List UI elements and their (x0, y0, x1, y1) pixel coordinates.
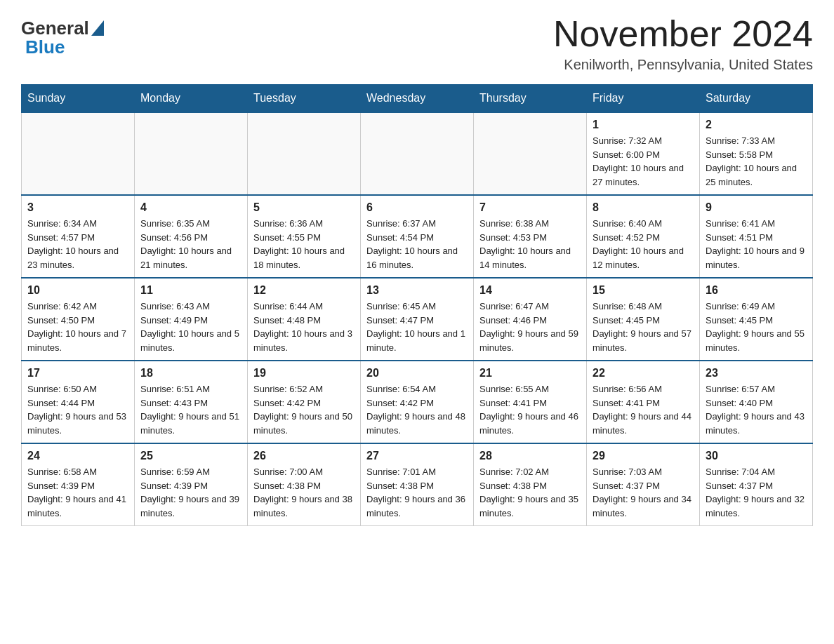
calendar-cell: 2Sunrise: 7:33 AM Sunset: 5:58 PM Daylig… (700, 112, 813, 195)
day-number: 21 (479, 367, 581, 380)
calendar-cell: 24Sunrise: 6:58 AM Sunset: 4:39 PM Dayli… (22, 443, 135, 526)
page-header: General Blue November 2024 Kenilworth, P… (21, 14, 813, 73)
calendar-cell: 18Sunrise: 6:51 AM Sunset: 4:43 PM Dayli… (135, 361, 248, 443)
title-area: November 2024 Kenilworth, Pennsylvania, … (553, 14, 813, 73)
day-info: Sunrise: 6:37 AM Sunset: 4:54 PM Dayligh… (366, 217, 468, 271)
day-number: 23 (706, 367, 807, 380)
day-info: Sunrise: 6:45 AM Sunset: 4:47 PM Dayligh… (366, 300, 468, 354)
calendar-cell: 23Sunrise: 6:57 AM Sunset: 4:40 PM Dayli… (700, 361, 813, 443)
day-number: 28 (479, 450, 581, 462)
calendar-cell: 22Sunrise: 6:56 AM Sunset: 4:41 PM Dayli… (587, 361, 700, 443)
weekday-header-sunday: Sunday (22, 85, 135, 113)
calendar-cell: 9Sunrise: 6:41 AM Sunset: 4:51 PM Daylig… (700, 195, 813, 278)
day-number: 22 (593, 367, 694, 380)
day-info: Sunrise: 6:59 AM Sunset: 4:39 PM Dayligh… (140, 465, 241, 520)
day-info: Sunrise: 6:42 AM Sunset: 4:50 PM Dayligh… (27, 300, 128, 354)
calendar-cell (361, 112, 474, 195)
calendar-cell: 10Sunrise: 6:42 AM Sunset: 4:50 PM Dayli… (22, 278, 135, 361)
calendar-body: 1Sunrise: 7:32 AM Sunset: 6:00 PM Daylig… (22, 112, 813, 526)
day-number: 6 (366, 201, 468, 214)
calendar-cell: 6Sunrise: 6:37 AM Sunset: 4:54 PM Daylig… (361, 195, 474, 278)
day-number: 5 (253, 201, 355, 214)
day-number: 2 (706, 119, 807, 131)
day-number: 19 (253, 367, 355, 380)
day-info: Sunrise: 6:51 AM Sunset: 4:43 PM Dayligh… (140, 382, 241, 437)
logo-blue-text: Blue (25, 36, 65, 58)
day-info: Sunrise: 6:54 AM Sunset: 4:42 PM Dayligh… (366, 382, 468, 437)
calendar-cell (474, 112, 587, 195)
month-title: November 2024 (553, 14, 813, 54)
day-info: Sunrise: 6:48 AM Sunset: 4:45 PM Dayligh… (593, 300, 694, 354)
calendar-cell: 12Sunrise: 6:44 AM Sunset: 4:48 PM Dayli… (248, 278, 361, 361)
day-info: Sunrise: 7:33 AM Sunset: 5:58 PM Dayligh… (706, 134, 807, 189)
calendar-cell: 11Sunrise: 6:43 AM Sunset: 4:49 PM Dayli… (135, 278, 248, 361)
svg-marker-0 (91, 20, 104, 36)
day-number: 9 (706, 201, 807, 214)
day-info: Sunrise: 6:49 AM Sunset: 4:45 PM Dayligh… (706, 300, 807, 354)
calendar-cell: 26Sunrise: 7:00 AM Sunset: 4:38 PM Dayli… (248, 443, 361, 526)
calendar-cell (135, 112, 248, 195)
calendar-week-row: 24Sunrise: 6:58 AM Sunset: 4:39 PM Dayli… (22, 443, 813, 526)
calendar-cell: 16Sunrise: 6:49 AM Sunset: 4:45 PM Dayli… (700, 278, 813, 361)
day-number: 3 (27, 201, 128, 214)
calendar-week-row: 1Sunrise: 7:32 AM Sunset: 6:00 PM Daylig… (22, 112, 813, 195)
calendar-cell: 7Sunrise: 6:38 AM Sunset: 4:53 PM Daylig… (474, 195, 587, 278)
weekday-header-saturday: Saturday (700, 85, 813, 113)
day-info: Sunrise: 6:35 AM Sunset: 4:56 PM Dayligh… (140, 217, 241, 271)
day-info: Sunrise: 6:58 AM Sunset: 4:39 PM Dayligh… (27, 465, 128, 520)
location-subtitle: Kenilworth, Pennsylvania, United States (553, 57, 813, 73)
day-info: Sunrise: 7:03 AM Sunset: 4:37 PM Dayligh… (593, 465, 694, 520)
calendar-cell: 1Sunrise: 7:32 AM Sunset: 6:00 PM Daylig… (587, 112, 700, 195)
calendar-week-row: 3Sunrise: 6:34 AM Sunset: 4:57 PM Daylig… (22, 195, 813, 278)
weekday-header-thursday: Thursday (474, 85, 587, 113)
day-number: 20 (366, 367, 468, 380)
day-info: Sunrise: 6:55 AM Sunset: 4:41 PM Dayligh… (479, 382, 581, 437)
day-number: 30 (706, 450, 807, 462)
calendar-cell: 30Sunrise: 7:04 AM Sunset: 4:37 PM Dayli… (700, 443, 813, 526)
day-info: Sunrise: 6:34 AM Sunset: 4:57 PM Dayligh… (27, 217, 128, 271)
calendar-cell: 25Sunrise: 6:59 AM Sunset: 4:39 PM Dayli… (135, 443, 248, 526)
day-number: 13 (366, 284, 468, 297)
day-info: Sunrise: 7:32 AM Sunset: 6:00 PM Dayligh… (593, 134, 694, 189)
day-number: 7 (479, 201, 581, 214)
day-number: 4 (140, 201, 241, 214)
weekday-header-monday: Monday (135, 85, 248, 113)
day-info: Sunrise: 6:43 AM Sunset: 4:49 PM Dayligh… (140, 300, 241, 354)
day-info: Sunrise: 6:47 AM Sunset: 4:46 PM Dayligh… (479, 300, 581, 354)
day-info: Sunrise: 6:52 AM Sunset: 4:42 PM Dayligh… (253, 382, 355, 437)
day-number: 15 (593, 284, 694, 297)
day-number: 29 (593, 450, 694, 462)
calendar-cell: 29Sunrise: 7:03 AM Sunset: 4:37 PM Dayli… (587, 443, 700, 526)
day-number: 16 (706, 284, 807, 297)
calendar-cell: 27Sunrise: 7:01 AM Sunset: 4:38 PM Dayli… (361, 443, 474, 526)
day-number: 14 (479, 284, 581, 297)
day-info: Sunrise: 7:01 AM Sunset: 4:38 PM Dayligh… (366, 465, 468, 520)
day-info: Sunrise: 6:44 AM Sunset: 4:48 PM Dayligh… (253, 300, 355, 354)
day-info: Sunrise: 7:04 AM Sunset: 4:37 PM Dayligh… (706, 465, 807, 520)
calendar-cell: 13Sunrise: 6:45 AM Sunset: 4:47 PM Dayli… (361, 278, 474, 361)
day-number: 26 (253, 450, 355, 462)
day-info: Sunrise: 6:36 AM Sunset: 4:55 PM Dayligh… (253, 217, 355, 271)
calendar-cell: 14Sunrise: 6:47 AM Sunset: 4:46 PM Dayli… (474, 278, 587, 361)
day-number: 27 (366, 450, 468, 462)
day-info: Sunrise: 6:50 AM Sunset: 4:44 PM Dayligh… (27, 382, 128, 437)
day-info: Sunrise: 6:38 AM Sunset: 4:53 PM Dayligh… (479, 217, 581, 271)
day-number: 8 (593, 201, 694, 214)
day-info: Sunrise: 6:40 AM Sunset: 4:52 PM Dayligh… (593, 217, 694, 271)
day-number: 10 (27, 284, 128, 297)
calendar-cell: 19Sunrise: 6:52 AM Sunset: 4:42 PM Dayli… (248, 361, 361, 443)
day-info: Sunrise: 6:57 AM Sunset: 4:40 PM Dayligh… (706, 382, 807, 437)
logo: General Blue (21, 14, 104, 58)
calendar-week-row: 17Sunrise: 6:50 AM Sunset: 4:44 PM Dayli… (22, 361, 813, 443)
calendar-week-row: 10Sunrise: 6:42 AM Sunset: 4:50 PM Dayli… (22, 278, 813, 361)
calendar-cell: 5Sunrise: 6:36 AM Sunset: 4:55 PM Daylig… (248, 195, 361, 278)
day-number: 18 (140, 367, 241, 380)
day-info: Sunrise: 7:02 AM Sunset: 4:38 PM Dayligh… (479, 465, 581, 520)
weekday-header-tuesday: Tuesday (248, 85, 361, 113)
calendar-cell: 15Sunrise: 6:48 AM Sunset: 4:45 PM Dayli… (587, 278, 700, 361)
calendar-cell: 3Sunrise: 6:34 AM Sunset: 4:57 PM Daylig… (22, 195, 135, 278)
calendar-cell: 17Sunrise: 6:50 AM Sunset: 4:44 PM Dayli… (22, 361, 135, 443)
day-info: Sunrise: 6:41 AM Sunset: 4:51 PM Dayligh… (706, 217, 807, 271)
day-number: 17 (27, 367, 128, 380)
weekday-header-row: SundayMondayTuesdayWednesdayThursdayFrid… (22, 85, 813, 113)
